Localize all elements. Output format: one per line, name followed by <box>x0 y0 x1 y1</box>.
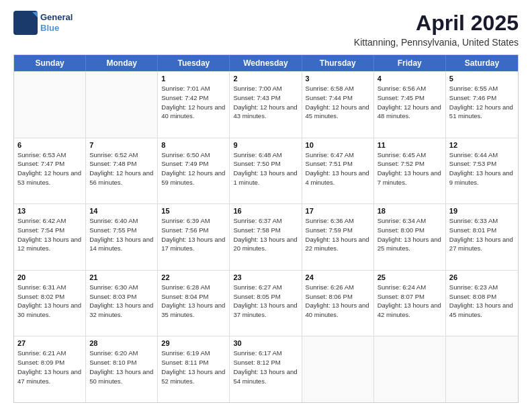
day-number: 12 <box>449 141 515 149</box>
day-number: 6 <box>17 141 82 149</box>
day-info: Sunrise: 6:36 AMSunset: 7:59 PMDaylight:… <box>306 216 370 253</box>
day-number: 17 <box>306 207 370 215</box>
week-row-0: 1Sunrise: 7:01 AMSunset: 7:42 PMDaylight… <box>14 71 518 138</box>
day-info: Sunrise: 6:19 AMSunset: 8:11 PMDaylight:… <box>161 349 226 385</box>
day-number: 1 <box>161 75 226 83</box>
day-cell-5: 5Sunrise: 6:55 AMSunset: 7:46 PMDaylight… <box>446 72 518 138</box>
day-info: Sunrise: 7:00 AMSunset: 7:43 PMDaylight:… <box>233 84 298 121</box>
subtitle: Kittanning, Pennsylvania, United States <box>354 37 519 48</box>
day-cell-8: 8Sunrise: 6:50 AMSunset: 7:49 PMDaylight… <box>158 138 230 204</box>
day-number: 21 <box>89 273 154 281</box>
day-cell-16: 16Sunrise: 6:37 AMSunset: 7:58 PMDayligh… <box>230 204 302 270</box>
svg-rect-0 <box>13 11 38 35</box>
day-cell-2: 2Sunrise: 7:00 AMSunset: 7:43 PMDaylight… <box>230 72 302 138</box>
day-cell-20: 20Sunrise: 6:31 AMSunset: 8:02 PMDayligh… <box>14 271 86 336</box>
day-info: Sunrise: 6:47 AMSunset: 7:51 PMDaylight:… <box>306 150 370 187</box>
day-cell-26: 26Sunrise: 6:23 AMSunset: 8:08 PMDayligh… <box>446 271 518 336</box>
day-cell-21: 21Sunrise: 6:30 AMSunset: 8:03 PMDayligh… <box>86 271 158 336</box>
week-row-2: 13Sunrise: 6:42 AMSunset: 7:54 PMDayligh… <box>14 203 518 270</box>
day-number: 20 <box>17 273 82 281</box>
logo-general: General <box>40 12 73 23</box>
page-header: General Blue April 2025 Kittanning, Penn… <box>13 11 519 48</box>
week-row-1: 6Sunrise: 6:53 AMSunset: 7:47 PMDaylight… <box>14 138 518 204</box>
day-cell-18: 18Sunrise: 6:34 AMSunset: 8:00 PMDayligh… <box>374 204 446 270</box>
day-number: 30 <box>233 339 298 347</box>
logo-svg <box>13 11 38 35</box>
day-cell-4: 4Sunrise: 6:56 AMSunset: 7:45 PMDaylight… <box>374 72 446 138</box>
day-cell-6: 6Sunrise: 6:53 AMSunset: 7:47 PMDaylight… <box>14 138 86 204</box>
day-info: Sunrise: 6:56 AMSunset: 7:45 PMDaylight:… <box>378 84 442 121</box>
empty-cell-0-1 <box>86 72 158 138</box>
empty-cell-0-0 <box>14 72 86 138</box>
day-info: Sunrise: 6:58 AMSunset: 7:44 PMDaylight:… <box>306 84 370 121</box>
day-number: 11 <box>378 141 442 149</box>
day-info: Sunrise: 6:30 AMSunset: 8:03 PMDaylight:… <box>89 283 154 320</box>
day-info: Sunrise: 6:39 AMSunset: 7:56 PMDaylight:… <box>161 216 226 253</box>
day-number: 25 <box>378 273 442 281</box>
day-number: 29 <box>161 339 226 347</box>
day-info: Sunrise: 6:53 AMSunset: 7:47 PMDaylight:… <box>17 150 82 187</box>
empty-cell-4-5 <box>374 336 446 402</box>
day-number: 24 <box>306 273 370 281</box>
day-cell-10: 10Sunrise: 6:47 AMSunset: 7:51 PMDayligh… <box>302 138 374 204</box>
day-number: 4 <box>378 75 442 83</box>
calendar: SundayMondayTuesdayWednesdayThursdayFrid… <box>13 54 519 403</box>
day-cell-12: 12Sunrise: 6:44 AMSunset: 7:53 PMDayligh… <box>446 138 518 204</box>
day-number: 9 <box>233 141 298 149</box>
day-cell-1: 1Sunrise: 7:01 AMSunset: 7:42 PMDaylight… <box>158 72 230 138</box>
day-cell-17: 17Sunrise: 6:36 AMSunset: 7:59 PMDayligh… <box>302 204 374 270</box>
logo: General Blue <box>13 11 73 35</box>
weekday-header-friday: Friday <box>374 55 446 71</box>
day-number: 3 <box>306 75 370 83</box>
day-cell-24: 24Sunrise: 6:26 AMSunset: 8:06 PMDayligh… <box>302 271 374 336</box>
day-info: Sunrise: 6:21 AMSunset: 8:09 PMDaylight:… <box>17 349 82 385</box>
day-info: Sunrise: 6:34 AMSunset: 8:00 PMDaylight:… <box>378 216 442 253</box>
day-cell-7: 7Sunrise: 6:52 AMSunset: 7:48 PMDaylight… <box>86 138 158 204</box>
day-number: 28 <box>89 339 154 347</box>
day-info: Sunrise: 6:45 AMSunset: 7:52 PMDaylight:… <box>378 150 442 187</box>
day-cell-14: 14Sunrise: 6:40 AMSunset: 7:55 PMDayligh… <box>86 204 158 270</box>
calendar-header: SundayMondayTuesdayWednesdayThursdayFrid… <box>14 55 518 71</box>
empty-cell-4-6 <box>446 336 518 402</box>
title-block: April 2025 Kittanning, Pennsylvania, Uni… <box>354 11 519 48</box>
day-cell-23: 23Sunrise: 6:27 AMSunset: 8:05 PMDayligh… <box>230 271 302 336</box>
weekday-header-monday: Monday <box>86 55 158 71</box>
day-info: Sunrise: 6:52 AMSunset: 7:48 PMDaylight:… <box>89 150 154 187</box>
day-number: 18 <box>378 207 442 215</box>
day-number: 15 <box>161 207 226 215</box>
day-info: Sunrise: 6:31 AMSunset: 8:02 PMDaylight:… <box>17 283 82 320</box>
day-cell-15: 15Sunrise: 6:39 AMSunset: 7:56 PMDayligh… <box>158 204 230 270</box>
day-cell-9: 9Sunrise: 6:48 AMSunset: 7:50 PMDaylight… <box>230 138 302 204</box>
day-info: Sunrise: 6:48 AMSunset: 7:50 PMDaylight:… <box>233 150 298 187</box>
day-number: 26 <box>449 273 515 281</box>
day-cell-27: 27Sunrise: 6:21 AMSunset: 8:09 PMDayligh… <box>14 336 86 402</box>
day-number: 16 <box>233 207 298 215</box>
day-cell-25: 25Sunrise: 6:24 AMSunset: 8:07 PMDayligh… <box>374 271 446 336</box>
day-number: 23 <box>233 273 298 281</box>
day-info: Sunrise: 6:20 AMSunset: 8:10 PMDaylight:… <box>89 349 154 385</box>
week-row-3: 20Sunrise: 6:31 AMSunset: 8:02 PMDayligh… <box>14 270 518 336</box>
day-info: Sunrise: 6:23 AMSunset: 8:08 PMDaylight:… <box>449 283 515 320</box>
day-number: 5 <box>449 75 515 83</box>
empty-cell-4-4 <box>302 336 374 402</box>
day-cell-19: 19Sunrise: 6:33 AMSunset: 8:01 PMDayligh… <box>446 204 518 270</box>
main-title: April 2025 <box>354 11 519 36</box>
weekday-header-wednesday: Wednesday <box>230 55 302 71</box>
day-number: 22 <box>161 273 226 281</box>
day-info: Sunrise: 6:33 AMSunset: 8:01 PMDaylight:… <box>449 216 515 253</box>
calendar-body: 1Sunrise: 7:01 AMSunset: 7:42 PMDaylight… <box>14 71 518 402</box>
weekday-header-sunday: Sunday <box>14 55 86 71</box>
day-info: Sunrise: 6:28 AMSunset: 8:04 PMDaylight:… <box>161 283 226 320</box>
weekday-header-saturday: Saturday <box>446 55 518 71</box>
day-info: Sunrise: 6:40 AMSunset: 7:55 PMDaylight:… <box>89 216 154 253</box>
weekday-header-tuesday: Tuesday <box>158 55 230 71</box>
weekday-header-thursday: Thursday <box>302 55 374 71</box>
day-info: Sunrise: 6:42 AMSunset: 7:54 PMDaylight:… <box>17 216 82 253</box>
day-cell-29: 29Sunrise: 6:19 AMSunset: 8:11 PMDayligh… <box>158 336 230 402</box>
day-number: 2 <box>233 75 298 83</box>
week-row-4: 27Sunrise: 6:21 AMSunset: 8:09 PMDayligh… <box>14 336 518 402</box>
day-info: Sunrise: 6:24 AMSunset: 8:07 PMDaylight:… <box>378 283 442 320</box>
day-cell-11: 11Sunrise: 6:45 AMSunset: 7:52 PMDayligh… <box>374 138 446 204</box>
day-info: Sunrise: 6:55 AMSunset: 7:46 PMDaylight:… <box>449 84 515 121</box>
day-cell-13: 13Sunrise: 6:42 AMSunset: 7:54 PMDayligh… <box>14 204 86 270</box>
